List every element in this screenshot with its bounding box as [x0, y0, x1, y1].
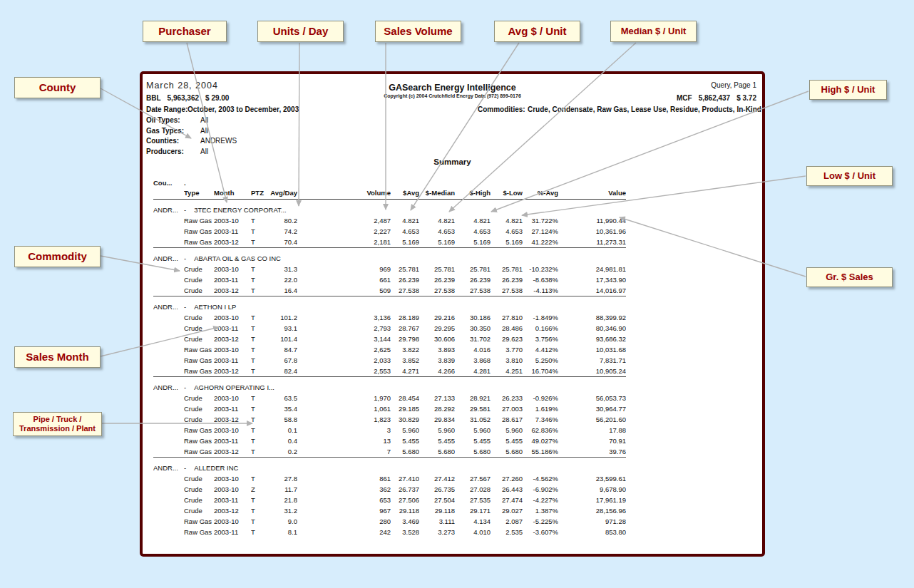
filter-producers: Producers:All — [146, 148, 208, 155]
cell-type: Raw Gas — [184, 435, 214, 446]
header-volume: Volume — [297, 188, 391, 200]
data-row: Raw Gas2003-11T74.22,2274.6534.6534.6534… — [153, 226, 626, 237]
cell-pct-avg: -10.232% — [523, 264, 558, 274]
cell-avg-day: 21.8 — [269, 495, 297, 505]
data-row: Raw Gas2003-10T80.22,4874.8214.8214.8214… — [153, 215, 626, 226]
cell-median-price: 3.273 — [419, 527, 455, 537]
cell-volume: 653 — [297, 495, 391, 505]
cell-median-price: 3.839 — [419, 355, 455, 366]
cell-gross-value: 56,053.73 — [558, 393, 626, 403]
data-row: Crude2003-12T58.81,82330.82929.83431.052… — [153, 414, 626, 425]
cell-high-price: 30.350 — [455, 323, 491, 334]
cell-type: Raw Gas — [184, 237, 214, 248]
cell-type: Crude — [184, 334, 214, 344]
callout-high-unit-label: High $ / Unit — [821, 85, 876, 96]
cell-low-price: 26.443 — [491, 484, 523, 495]
mcf-summary: MCF5,862,437$ 3.72 — [670, 94, 756, 102]
callout-commodity: Commodity — [14, 246, 101, 267]
report-page: March 28, 2004 BBL5,963,362$ 29.00 Date … — [140, 71, 765, 557]
cell-gross-value: 11,273.31 — [558, 237, 626, 248]
purchaser-name: AETHON I LP — [194, 303, 236, 311]
cell-pct-avg: 62.836% — [523, 425, 558, 435]
cell-pct-avg: 16.704% — [523, 366, 558, 377]
data-row: Crude2003-11T22.066126.23926.23926.23926… — [153, 274, 626, 285]
cell-pct-avg: 27.124% — [523, 226, 558, 237]
cell-pct-avg: 4.412% — [523, 344, 558, 355]
cell-avg-day: 74.2 — [269, 226, 297, 237]
cell-pct-avg: -0.926% — [523, 393, 558, 403]
cell-month: 2003-12 — [214, 414, 251, 425]
cell-month: 2003-12 — [214, 505, 251, 516]
data-row: Crude2003-11T21.865327.50627.50427.53527… — [153, 495, 626, 505]
filter-producers-value: All — [200, 148, 208, 155]
callout-county-label: County — [39, 81, 76, 93]
cell-gross-value: 7,831.71 — [558, 355, 626, 366]
cell-volume: 1,823 — [297, 414, 391, 425]
cell-high-price: 27.567 — [455, 473, 491, 484]
mcf-label: MCF — [677, 94, 692, 102]
cell-ptz: T — [251, 355, 269, 366]
cell-high-price: 28.921 — [455, 393, 491, 403]
cell-median-price: 29.834 — [419, 414, 455, 425]
cell-ptz: T — [251, 334, 269, 344]
cell-pct-avg: -5.225% — [523, 516, 558, 527]
data-row: Crude2003-12T101.43,14429.79830.60631.70… — [153, 334, 626, 344]
cell-median-price: 5.680 — [419, 446, 455, 458]
cell-type: Crude — [184, 393, 214, 403]
cell-median-price: 29.216 — [419, 312, 455, 323]
header-dot: . — [184, 178, 214, 188]
date-range: Date Range:October, 2003 to December, 20… — [146, 105, 299, 113]
cell-volume: 2,553 — [297, 366, 391, 377]
cell-purchaser: -3TEC ENERGY CORPORAT... — [184, 200, 626, 216]
cell-month: 2003-11 — [214, 355, 251, 366]
cell-ptz: T — [251, 403, 269, 414]
group-separator: - — [184, 206, 186, 214]
purchaser-name: 3TEC ENERGY CORPORAT... — [194, 206, 287, 214]
cell-low-price: 28.486 — [491, 323, 523, 334]
cell-gross-value: 971.28 — [558, 516, 626, 527]
cell-type: Raw Gas — [184, 516, 214, 527]
cell-avg-day: 80.2 — [269, 215, 297, 226]
data-row: Raw Gas2003-11T8.12423.5283.2734.0102.53… — [153, 527, 626, 537]
filter-counties: Counties:ANDREWS — [146, 137, 237, 145]
header-type: Type — [184, 188, 214, 200]
header-avg-price: $Avg — [391, 188, 419, 200]
cell-ptz: T — [251, 446, 269, 458]
cell-ptz: T — [251, 285, 269, 296]
cell-gross-value: 23,599.61 — [558, 473, 626, 484]
cell-avg-price: 27.538 — [391, 285, 419, 296]
cell-month: 2003-10 — [214, 344, 251, 355]
mcf-price: $ 3.72 — [736, 94, 756, 102]
cell-ptz: T — [251, 414, 269, 425]
cell-volume: 967 — [297, 505, 391, 516]
report-table-body: ANDR...-3TEC ENERGY CORPORAT...Raw Gas20… — [153, 200, 626, 538]
cell-volume: 2,487 — [297, 215, 391, 226]
data-row: Crude2003-11T35.41,06129.18528.29229.581… — [153, 403, 626, 414]
data-row: Raw Gas2003-12T0.275.6805.6805.6805.6805… — [153, 446, 626, 458]
cell-low-price: 4.251 — [491, 366, 523, 377]
cell-volume: 13 — [297, 435, 391, 446]
cell-pct-avg: -6.902% — [523, 484, 558, 495]
cell-county: ANDR... — [153, 200, 184, 216]
cell-low-price: 27.260 — [491, 473, 523, 484]
callout-gr-sales-label: Gr. $ Sales — [826, 272, 873, 283]
callout-sales-month-label: Sales Month — [26, 351, 88, 363]
cell-gross-value: 14,016.97 — [558, 285, 626, 296]
filter-oil-types-label: Oil Types: — [146, 116, 200, 124]
cell-pct-avg: 55.186% — [523, 446, 558, 458]
cell-high-price: 5.455 — [455, 435, 491, 446]
cell-avg-day: 0.2 — [269, 446, 297, 458]
cell-month: 2003-10 — [214, 215, 251, 226]
cell-volume: 1,970 — [297, 393, 391, 403]
header-median-price: $-Median — [419, 188, 455, 200]
cell-volume: 2,181 — [297, 237, 391, 248]
purchaser-name: AGHORN OPERATING I... — [194, 383, 274, 391]
cell-median-price: 25.781 — [419, 264, 455, 274]
data-row: Raw Gas2003-10T84.72,6253.8223.8934.0163… — [153, 344, 626, 355]
cell-pct-avg: 49.027% — [523, 435, 558, 446]
cell-avg-day: 58.8 — [269, 414, 297, 425]
cell-ptz: T — [251, 473, 269, 484]
callout-units-day: Units / Day — [257, 21, 344, 42]
cell-month: 2003-11 — [214, 323, 251, 334]
cell-avg-price: 4.271 — [391, 366, 419, 377]
